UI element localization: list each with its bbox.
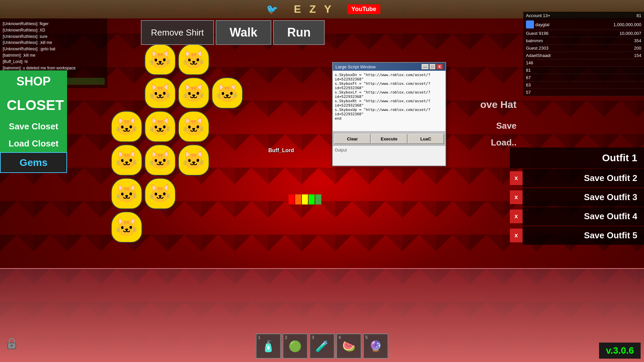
slot-icon: 🧴: [262, 340, 275, 353]
chat-message: [batmmm]: ;kill me: [3, 53, 105, 58]
bar-green: [309, 194, 315, 204]
partial-hat-text: ove Hat: [480, 99, 517, 110]
player-row: Guest 2303 200: [523, 45, 644, 52]
outfit-1-button[interactable]: Outfit 1: [510, 147, 644, 168]
bar-yellow: [302, 194, 308, 204]
outfit-save-4-button[interactable]: Save Outfit 4: [523, 207, 644, 226]
shop-button[interactable]: SHOP: [0, 70, 67, 93]
top-action-buttons: Remove Shirt Walk Run: [141, 20, 325, 45]
chat-message: [UnknownRuthless]: fkger: [3, 21, 105, 27]
player-row: Guest 9196 10,000,007: [523, 30, 644, 37]
outfit-3-delete-button[interactable]: x: [510, 190, 523, 204]
script-code-input[interactable]: s.SkyboxDn = "http://www.roblox.com/asse…: [333, 71, 445, 131]
script-execute-button[interactable]: Execute: [371, 134, 407, 144]
script-title: Large Script Window: [335, 64, 376, 69]
chat-text: [batmmm]: ;kill me: [3, 53, 35, 58]
chat-message: [UnknownRuthless]: ;kill me: [3, 40, 105, 46]
chat-text: [UnknownRuthless]: sure: [3, 34, 47, 39]
partial-save-text: Save: [496, 121, 517, 131]
player-amount: 81: [526, 68, 531, 73]
right-account-panel: Account 13+ 81 daygtal 1,000,000,000 Gue…: [523, 12, 644, 96]
chat-message: [UnknownRuthless]: sure: [3, 34, 105, 40]
script-window: Large Script Window — □ X s.SkyboxDn = "…: [332, 62, 446, 166]
script-action-buttons: Clear Execute LuaC: [333, 132, 445, 145]
chat-text: [UnknownRuthless]: ;goto bat: [3, 47, 55, 51]
outfit-2-delete-button[interactable]: x: [510, 171, 523, 185]
script-output-area: Output: [333, 145, 445, 166]
outfit-save-2-row: x Save Outfit 2: [510, 169, 644, 187]
remove-shirt-button[interactable]: Remove Shirt: [141, 20, 214, 45]
svg-point-1: [11, 345, 13, 347]
slot-number: 5: [366, 335, 368, 340]
outfit-save-2-button[interactable]: Save Outfit 2: [523, 169, 644, 187]
walk-button[interactable]: Walk: [216, 20, 272, 45]
left-sidebar: SHOP CLOSET Save Closet Load Closet Gems: [0, 70, 67, 173]
chat-text: [UnknownRuthless]: ;kill me: [3, 40, 52, 45]
slot-icon: 🔮: [369, 340, 382, 353]
gems-button[interactable]: Gems: [0, 152, 67, 173]
outfit-panel: Outfit 1 x Save Outfit 2 x Save Outfit 3…: [510, 147, 644, 245]
chat-message: [UnknownRuthless]: ;goto bat: [3, 46, 105, 52]
health-bar-area: [288, 194, 321, 204]
partial-load-text: Load..: [491, 137, 517, 148]
player-row: batmmm 354: [523, 37, 644, 45]
script-luac-button[interactable]: LuaC: [408, 134, 444, 144]
hotbar-slot-5[interactable]: 5 🔮: [363, 334, 388, 359]
chat-text: [batmmm]: u deleted me from workspace: [3, 66, 75, 70]
chat-message: [UnknownRuthless]: XD: [3, 27, 105, 33]
player-row: 67: [523, 74, 644, 81]
slot-icon: 🟢: [288, 340, 302, 353]
outfit-save-5-button[interactable]: Save Outfit 5: [523, 226, 644, 245]
script-maximize-button[interactable]: □: [430, 64, 435, 69]
player-amount: 67: [526, 75, 531, 80]
script-close-button[interactable]: X: [436, 64, 443, 69]
slot-icon: 🍉: [342, 340, 356, 353]
script-clear-button[interactable]: Clear: [334, 134, 371, 144]
closet-button[interactable]: CLOSET: [0, 93, 67, 118]
hotbar-slot-2[interactable]: 2 🟢: [283, 334, 308, 359]
chat-message: [batmmm]: u deleted me from workspace: [3, 65, 105, 71]
outfit-save-5-row: x Save Outfit 5: [510, 226, 644, 245]
lock-icon[interactable]: [5, 337, 18, 350]
save-closet-button[interactable]: Save Closet: [0, 118, 67, 135]
bar-orange: [295, 194, 301, 204]
player-row: 81: [523, 67, 644, 74]
hotbar-slot-3[interactable]: 3 🧪: [310, 334, 335, 359]
player-amount: 200: [634, 46, 641, 51]
hotbar-slot-1[interactable]: 1 🧴: [256, 334, 281, 359]
load-closet-button[interactable]: Load Closet: [0, 135, 67, 152]
player-icon: daygtal: [526, 20, 549, 28]
version-badge: v.3.0.6: [599, 343, 641, 359]
account-count: 81: [637, 13, 641, 18]
player-amount: 154: [634, 53, 641, 58]
player-row: 57: [523, 89, 644, 96]
player-row: 63: [523, 81, 644, 89]
script-minimize-button[interactable]: —: [422, 64, 429, 69]
account-info: Account 13+: [526, 13, 550, 18]
outfit-save-3-button[interactable]: Save Outfit 3: [523, 188, 644, 206]
chat-text: [UnknownRuthless]: fkger: [3, 21, 49, 26]
output-label: Output: [335, 148, 347, 153]
slot-number: 4: [339, 335, 341, 340]
run-button[interactable]: Run: [273, 20, 325, 45]
player-name-self: daygtal: [535, 22, 549, 27]
chat-text: [UnknownRuthless]: XD: [3, 28, 45, 33]
account-header: Account 13+ 81: [523, 12, 644, 19]
script-window-controls: — □ X: [422, 64, 443, 69]
bar-darkgreen: [315, 194, 321, 204]
avatar: [526, 20, 534, 28]
player-name: batmmm: [526, 38, 543, 43]
account-label: Account 13+: [526, 13, 550, 18]
player-amount: 1,000,000,000: [613, 22, 641, 27]
chat-message: [Buff_Lord]: hi: [3, 59, 105, 65]
slot-icon: 🧪: [315, 340, 329, 353]
hotbar-slot-4[interactable]: 4 🍉: [336, 334, 362, 359]
outfit-4-delete-button[interactable]: x: [510, 209, 523, 223]
outfit-5-delete-button[interactable]: x: [510, 229, 523, 242]
player-name: Guest 9196: [526, 31, 548, 36]
slot-number: 2: [285, 335, 287, 340]
player-row: 146: [523, 59, 644, 67]
player-amount: 146: [526, 60, 533, 65]
player-row: AdaelShaadi 154: [523, 52, 644, 59]
player-row-self: daygtal 1,000,000,000: [523, 19, 644, 30]
